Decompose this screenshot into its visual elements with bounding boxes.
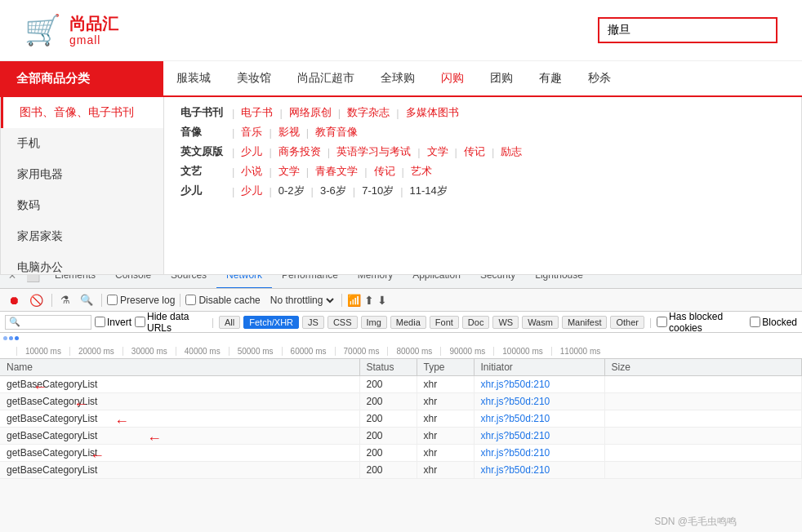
- section-link-3-3[interactable]: 传记: [374, 164, 395, 179]
- blocked-cookies-checkbox[interactable]: [657, 317, 667, 327]
- logo-icon: 🛒: [25, 16, 61, 45]
- dropdown-right-panel: 电子书刊 | 电子书 | 网络原创 | 数字杂志 | 多媒体图书 音像 | 音乐…: [164, 97, 801, 274]
- nav-item-fuzhuang[interactable]: 服装城: [163, 60, 224, 96]
- section-link-2-4[interactable]: 传记: [464, 144, 485, 159]
- cell-size: [604, 462, 802, 479]
- loading-indicator: [3, 336, 19, 340]
- preserve-log-checkbox[interactable]: [107, 295, 118, 305]
- dropdown-left-item-4[interactable]: 家居家装: [1, 221, 163, 252]
- nav-item-miaosha[interactable]: 秒杀: [575, 60, 624, 96]
- invert-label[interactable]: Invert: [95, 317, 131, 328]
- filter-btn-wasm[interactable]: Wasm: [522, 316, 559, 329]
- section-link-3-1[interactable]: 文学: [278, 164, 300, 179]
- table-row[interactable]: getBaseCategoryList ← 200 xhr xhr.js?b50…: [0, 393, 802, 410]
- cell-initiator[interactable]: xhr.js?b50d:210: [474, 462, 604, 479]
- table-row[interactable]: getBaseCategoryList ← 200 xhr xhr.js?b50…: [0, 376, 802, 393]
- section-link-2-5[interactable]: 励志: [501, 144, 522, 159]
- record-btn[interactable]: ⏺: [5, 292, 23, 308]
- nav-item-quanqiu[interactable]: 全球购: [368, 60, 428, 96]
- logo-chinese: 尚品汇: [69, 14, 118, 33]
- section-link-4-0[interactable]: 少儿: [241, 184, 262, 198]
- invert-checkbox[interactable]: [95, 317, 105, 327]
- dropdown-left-item-5[interactable]: 电脑办公: [1, 252, 163, 283]
- section-link-2-2[interactable]: 英语学习与考试: [336, 144, 411, 159]
- table-row[interactable]: getBaseCategoryList ← 200 xhr xhr.js?b50…: [0, 410, 802, 428]
- filter-toggle-btn[interactable]: ⚗: [57, 292, 74, 308]
- filter-btn-all[interactable]: All: [219, 316, 240, 329]
- dropdown-left-item-2[interactable]: 家用电器: [1, 159, 163, 190]
- filter-btn-ws[interactable]: WS: [492, 316, 519, 329]
- cell-status: 200: [359, 376, 417, 393]
- section-link-3-4[interactable]: 艺术: [411, 164, 432, 179]
- dropdown-left-item-3[interactable]: 数码: [1, 190, 163, 221]
- table-row[interactable]: getBaseCategoryList 200 xhr xhr.js?b50d:…: [0, 462, 802, 479]
- filter-btn-js[interactable]: JS: [302, 316, 324, 329]
- filter-input[interactable]: [22, 317, 87, 328]
- nav-all-categories[interactable]: 全部商品分类: [0, 61, 163, 95]
- section-link-4-4[interactable]: 11-14岁: [410, 184, 448, 198]
- dropdown-left-item-0[interactable]: 图书、音像、电子书刊: [1, 97, 163, 128]
- cell-initiator[interactable]: xhr.js?b50d:210: [474, 428, 604, 445]
- logo-area: 🛒 尚品汇 gmall: [25, 14, 188, 47]
- devtools-filter-row: 🔍 Invert Hide data URLs | All Fetch/XHR …: [0, 312, 802, 333]
- cell-initiator[interactable]: xhr.js?b50d:210: [474, 445, 604, 462]
- section-link-4-1[interactable]: 0-2岁: [278, 184, 305, 198]
- section-link-1-1[interactable]: 影视: [278, 125, 300, 140]
- dropdown-left-item-1[interactable]: 手机: [1, 128, 163, 159]
- section-link-2-0[interactable]: 少儿: [241, 144, 262, 159]
- filter-btn-font[interactable]: Font: [430, 316, 459, 329]
- section-link-1-0[interactable]: 音乐: [241, 125, 262, 140]
- nav-items: 服装城 美妆馆 尚品汇超市 全球购 闪购 团购 有趣 秒杀: [163, 61, 624, 95]
- section-link-4-3[interactable]: 7-10岁: [362, 184, 394, 198]
- col-header-status: Status: [359, 359, 417, 376]
- nav-item-tuangou[interactable]: 团购: [477, 60, 526, 96]
- cell-type: xhr: [417, 445, 474, 462]
- cell-status: 200: [359, 393, 417, 410]
- section-link-3-2[interactable]: 青春文学: [315, 164, 358, 179]
- hide-data-urls-label[interactable]: Hide data URLs: [135, 312, 207, 333]
- search-input[interactable]: [598, 17, 777, 43]
- filter-btn-other[interactable]: Other: [610, 316, 644, 329]
- table-row[interactable]: getBaseCategoryList ← 200 xhr xhr.js?b50…: [0, 445, 802, 462]
- section-link-0-2[interactable]: 数字杂志: [347, 105, 390, 120]
- cell-initiator[interactable]: xhr.js?b50d:210: [474, 410, 604, 428]
- nav-item-meizhuang[interactable]: 美妆馆: [224, 60, 284, 96]
- mark-4: 50000 ms: [229, 347, 282, 356]
- filter-btn-img[interactable]: Img: [361, 316, 387, 329]
- filter-btn-fetchxhr[interactable]: Fetch/XHR: [243, 316, 299, 329]
- section-link-2-3[interactable]: 文学: [427, 144, 448, 159]
- nav-item-chaoshi[interactable]: 尚品汇超市: [284, 60, 368, 96]
- nav-item-shangou[interactable]: 闪购: [428, 60, 477, 96]
- section-link-2-1[interactable]: 商务投资: [278, 144, 321, 159]
- section-link-0-0[interactable]: 电子书: [241, 105, 273, 120]
- section-link-0-1[interactable]: 网络原创: [289, 105, 332, 120]
- col-header-type: Type: [417, 359, 474, 376]
- throttle-select[interactable]: No throttling: [267, 294, 336, 307]
- table-row[interactable]: getBaseCategoryList ← 200 xhr xhr.js?b50…: [0, 428, 802, 445]
- blocked-label[interactable]: Blocked: [750, 317, 797, 328]
- filter-btn-manifest[interactable]: Manifest: [562, 316, 608, 329]
- cell-name: getBaseCategoryList: [0, 462, 359, 479]
- filter-btn-media[interactable]: Media: [390, 316, 426, 329]
- blocked-cookies-label[interactable]: Has blocked cookies: [657, 312, 746, 333]
- cell-type: xhr: [417, 376, 474, 393]
- cell-status: 200: [359, 410, 417, 428]
- section-link-4-2[interactable]: 3-6岁: [320, 184, 346, 198]
- nav-item-youqu[interactable]: 有趣: [526, 60, 575, 96]
- disable-cache-checkbox[interactable]: [185, 295, 196, 305]
- hide-data-urls-checkbox[interactable]: [135, 317, 145, 327]
- clear-btn[interactable]: 🚫: [26, 292, 47, 308]
- section-link-0-3[interactable]: 多媒体图书: [406, 105, 459, 120]
- filter-btn-css[interactable]: CSS: [327, 316, 358, 329]
- cell-initiator[interactable]: xhr.js?b50d:210: [474, 393, 604, 410]
- section-link-1-2[interactable]: 教育音像: [315, 125, 358, 140]
- section-link-3-0[interactable]: 小说: [241, 164, 262, 179]
- section-title-0: 电子书刊: [180, 105, 225, 120]
- cell-initiator[interactable]: xhr.js?b50d:210: [474, 376, 604, 393]
- disable-cache-label[interactable]: Disable cache: [185, 295, 260, 306]
- search-btn[interactable]: 🔍: [77, 292, 96, 308]
- mark-8: 90000 ms: [440, 347, 493, 356]
- filter-btn-doc[interactable]: Doc: [462, 316, 490, 329]
- preserve-log-label[interactable]: Preserve log: [107, 295, 175, 306]
- blocked-checkbox[interactable]: [750, 317, 760, 327]
